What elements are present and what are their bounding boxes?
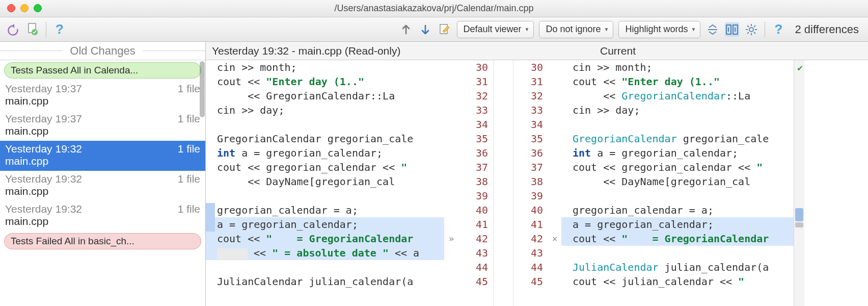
apply-arrow: [444, 189, 458, 203]
highlight-dropdown[interactable]: Highlight words▼: [618, 21, 700, 38]
apply-arrow: [444, 274, 458, 289]
diff-header-right: Current: [594, 42, 868, 60]
apply-arrow: [444, 132, 458, 146]
diff-left-code[interactable]: cin >> month;cout << "Enter day (1.." <<…: [206, 60, 444, 306]
code-line: JulianCalendar julian_calendar(a: [206, 274, 444, 289]
back-button[interactable]: [6, 22, 20, 37]
change-list-item[interactable]: Yesterday 19:371 filemain.cpp: [0, 111, 205, 141]
diff-body: cin >> month;cout << "Enter day (1.." <<…: [206, 60, 868, 306]
change-filecount: 1 file: [178, 203, 200, 215]
code-line: [206, 189, 444, 203]
diff-marker[interactable]: [795, 208, 803, 221]
prev-diff-button[interactable]: [399, 22, 413, 37]
apply-arrow: [444, 60, 458, 74]
change-time: Yesterday 19:32: [5, 173, 82, 185]
diff-marker[interactable]: [795, 222, 803, 227]
apply-arrow[interactable]: »: [444, 232, 458, 246]
change-time: Yesterday 19:32: [5, 143, 82, 155]
apply-arrow: [444, 146, 458, 160]
revert-x: [548, 246, 561, 260]
diff-middle-column: [493, 60, 513, 306]
chevron-down-icon: ▼: [525, 27, 530, 32]
close-window-button[interactable]: [7, 4, 15, 12]
ignore-dropdown-label: Do not ignore: [546, 24, 601, 35]
help-button[interactable]: ?: [52, 22, 67, 37]
code-line: a = gregorian_calendar;: [561, 217, 794, 232]
revert-x: [548, 189, 561, 203]
change-list-item[interactable]: Yesterday 19:321 filemain.cpp: [0, 201, 205, 231]
line-number: 35: [513, 132, 548, 146]
ignore-dropdown[interactable]: Do not ignore▼: [539, 21, 613, 38]
tests-passed-pill[interactable]: Tests Passed All in Calenda...: [4, 62, 201, 79]
line-number: 34: [458, 117, 493, 132]
code-line: cin >> month;: [206, 60, 444, 74]
code-line: cin >> day;: [206, 103, 444, 117]
line-number: 33: [458, 103, 493, 117]
collapse-unchanged-button[interactable]: [706, 22, 720, 37]
line-number: 31: [513, 74, 548, 89]
diff-left-gutter: 30313233343536373839404142434445: [458, 60, 493, 306]
change-list-item[interactable]: Yesterday 19:321 filemain.cpp: [0, 171, 205, 201]
viewer-dropdown[interactable]: Default viewer▼: [457, 21, 534, 38]
change-list-item[interactable]: Yesterday 19:371 filemain.cpp: [0, 81, 205, 111]
line-number: 30: [513, 60, 548, 74]
file-status-button[interactable]: [25, 22, 40, 37]
apply-arrow: [444, 89, 458, 103]
separator: [765, 22, 765, 37]
diff-x-column: ×: [548, 60, 561, 306]
zoom-window-button[interactable]: [34, 4, 42, 12]
svg-line-10: [747, 26, 749, 27]
diff-right-code[interactable]: cin >> month;cout << "Enter day (1.." <<…: [561, 60, 794, 306]
chevron-down-icon: ▼: [691, 27, 696, 32]
code-line: cout << " = GregorianCalendar: [561, 232, 794, 246]
line-number: 36: [458, 146, 493, 160]
svg-point-5: [749, 28, 753, 32]
revert-x[interactable]: ×: [548, 232, 561, 246]
apply-arrow: [444, 74, 458, 89]
next-diff-button[interactable]: [418, 22, 432, 37]
diff-pane: Yesterday 19:32 - main.cpp (Read-only) C…: [206, 42, 868, 306]
line-number: 44: [513, 260, 548, 274]
diff-scrollbar[interactable]: ✔: [794, 60, 804, 306]
diff-headers: Yesterday 19:32 - main.cpp (Read-only) C…: [206, 42, 868, 60]
diff-right-gutter: 30313233343536373839404142434445: [513, 60, 548, 306]
tests-failed-pill[interactable]: Tests Failed All in basic_ch...: [4, 233, 201, 249]
highlight-dropdown-label: Highlight words: [625, 24, 688, 35]
change-marker: [206, 203, 215, 217]
change-filecount: 1 file: [178, 173, 200, 185]
line-number: 37: [513, 160, 548, 174]
help-button-2[interactable]: ?: [771, 22, 785, 37]
titlebar: /Users/anastasiakazakova/prj/Calendar/ma…: [0, 0, 868, 17]
change-time: Yesterday 19:37: [5, 83, 82, 95]
code-line: cout << julian_calendar << ": [561, 274, 794, 289]
settings-button[interactable]: [744, 22, 758, 37]
sync-scroll-button[interactable]: [725, 22, 739, 37]
revert-x: [548, 146, 561, 160]
revert-x: [548, 203, 561, 217]
edit-button[interactable]: [438, 22, 452, 37]
code-line: << DayName[gregorian_cal: [561, 174, 794, 189]
revert-x: [548, 89, 561, 103]
code-line: gregorian_calendar = a;: [561, 203, 794, 217]
line-number: 37: [458, 160, 493, 174]
diff-count-label: 2 differences: [795, 23, 859, 36]
change-filename: main.cpp: [5, 215, 200, 227]
code-line: cout << "Enter day (1..": [561, 74, 794, 89]
sidebar-header: Old Changes: [0, 42, 205, 60]
traffic-lights: [7, 4, 42, 12]
change-filename: main.cpp: [5, 95, 200, 107]
revert-x: [548, 174, 561, 189]
change-time: Yesterday 19:32: [5, 203, 82, 215]
code-line: int a = gregorian_calendar;: [561, 146, 794, 160]
content-area: Old Changes Tests Passed All in Calenda.…: [0, 42, 868, 306]
toolbar: ? Default viewer▼ Do not ignore▼ Highlig…: [0, 17, 868, 42]
line-number: 38: [513, 174, 548, 189]
line-number: 41: [513, 217, 548, 232]
revert-x: [548, 117, 561, 132]
code-line: [206, 260, 444, 274]
line-number: 39: [513, 189, 548, 203]
minimize-window-button[interactable]: [20, 4, 29, 12]
change-list-item[interactable]: Yesterday 19:321 filemain.cpp: [0, 141, 205, 171]
sidebar-scrollbar[interactable]: [200, 61, 205, 117]
line-number: 33: [513, 103, 548, 117]
